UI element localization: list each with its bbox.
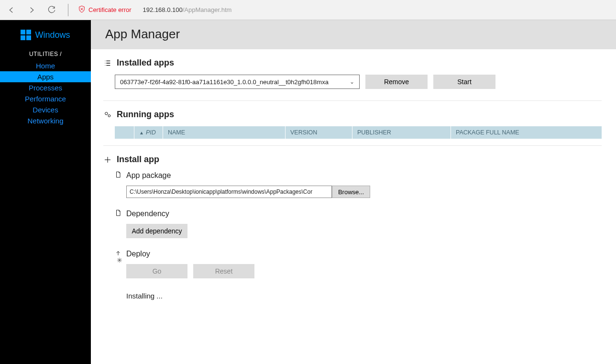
spinner-icon: ✳	[117, 256, 122, 264]
plus-icon	[103, 155, 112, 164]
add-dependency-button[interactable]: Add dependency	[126, 224, 187, 238]
cert-error-badge[interactable]: Certificate error	[78, 5, 132, 14]
windows-logo-text: Windows	[35, 30, 70, 40]
cert-error-text: Certificate error	[88, 6, 132, 13]
sidebar-item-devices[interactable]: Devices	[0, 104, 91, 115]
url-path: /AppManager.htm	[183, 6, 232, 13]
main-content: App Manager Installed apps 063773e7-f26f…	[91, 20, 616, 364]
col-blank[interactable]	[115, 126, 134, 139]
selected-app: 063773e7-f26f-4a92-81f0-aa71a1161e30_1.0…	[120, 78, 329, 86]
install-status: Installing ...	[126, 292, 602, 300]
windows-logo[interactable]: Windows	[0, 26, 91, 47]
page-title: App Manager	[91, 20, 616, 49]
col-pid[interactable]: ▲PID	[134, 126, 163, 139]
col-package[interactable]: PACKAGE FULL NAME	[451, 126, 602, 139]
list-icon	[103, 59, 112, 67]
file-icon	[115, 210, 121, 218]
refresh-icon[interactable]	[45, 3, 58, 17]
sort-asc-icon: ▲	[139, 130, 144, 135]
gears-icon	[103, 110, 112, 119]
forward-icon[interactable]	[25, 3, 38, 17]
installed-app-select[interactable]: 063773e7-f26f-4a92-81f0-aa71a1161e30_1.0…	[115, 75, 360, 89]
go-button[interactable]: Go	[126, 264, 187, 278]
url-display[interactable]: 192.168.0.100/AppManager.htm	[143, 6, 232, 13]
sidebar-heading: UTILITIES /	[0, 47, 91, 60]
url-host: 192.168.0.100	[143, 6, 183, 13]
divider	[68, 4, 68, 16]
remove-button[interactable]: Remove	[365, 75, 428, 89]
app-package-label: App package	[126, 171, 171, 180]
col-version[interactable]: VERSION	[285, 126, 352, 139]
svg-point-1	[108, 114, 110, 117]
sidebar-item-processes[interactable]: Processes	[0, 82, 91, 93]
installed-apps-section: Installed apps 063773e7-f26f-4a92-81f0-a…	[103, 58, 602, 89]
installed-heading: Installed apps	[117, 58, 174, 68]
dependency-label: Dependency	[126, 210, 169, 218]
sidebar: Windows UTILITIES / Home Apps Processes …	[0, 20, 91, 364]
svg-point-0	[105, 112, 108, 114]
col-name[interactable]: NAME	[163, 126, 285, 139]
sidebar-item-home[interactable]: Home	[0, 60, 91, 71]
install-heading: Install app	[117, 154, 159, 165]
windows-logo-icon	[21, 30, 31, 40]
separator	[103, 145, 602, 146]
running-apps-section: Running apps ▲PID NAME VERSION PUBLISHER…	[103, 110, 602, 139]
browser-top-bar: Certificate error 192.168.0.100/AppManag…	[0, 0, 616, 20]
separator	[103, 100, 602, 101]
deploy-label: Deploy	[126, 250, 150, 258]
sidebar-item-apps[interactable]: Apps	[0, 71, 91, 82]
sidebar-item-networking[interactable]: Networking	[0, 115, 91, 126]
browse-button[interactable]: Browse...	[332, 186, 370, 198]
sidebar-item-performance[interactable]: Performance	[0, 93, 91, 104]
chevron-down-icon: ⌄	[350, 78, 354, 85]
reset-button[interactable]: Reset	[193, 264, 254, 278]
file-icon	[115, 171, 121, 180]
package-path-input[interactable]: C:\Users\Honza\Desktop\ionicapp\platform…	[126, 186, 332, 198]
back-icon[interactable]	[5, 3, 18, 17]
install-app-section: Install app App package C:\Users\Honza\D…	[103, 154, 602, 300]
start-button[interactable]: Start	[433, 75, 495, 89]
running-heading: Running apps	[117, 110, 174, 120]
shield-error-icon	[78, 5, 86, 14]
running-apps-table: ▲PID NAME VERSION PUBLISHER PACKAGE FULL…	[115, 126, 602, 139]
col-publisher[interactable]: PUBLISHER	[352, 126, 451, 139]
